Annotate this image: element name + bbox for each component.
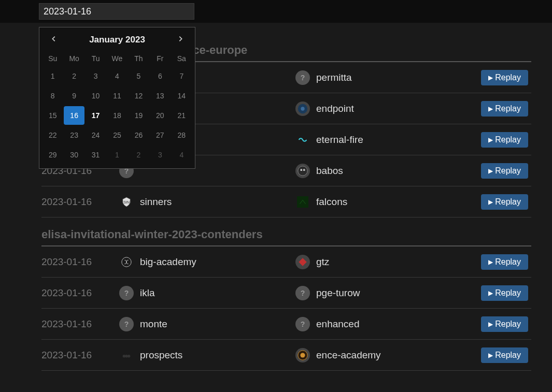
datepicker-day[interactable]: 2 xyxy=(129,146,149,164)
replay-button[interactable]: ▶Replay xyxy=(481,285,528,301)
match-row: 2023-01-16prospectsence-academy▶Replay xyxy=(41,340,531,371)
replay-label: Replay xyxy=(495,73,521,82)
replay-button[interactable]: ▶Replay xyxy=(481,70,528,85)
team-a[interactable]: ?ikla xyxy=(119,286,295,300)
replay-button[interactable]: ▶Replay xyxy=(481,194,528,210)
play-icon: ▶ xyxy=(488,352,493,359)
datepicker: January 2023 SuMoTuWeThFrSa1234567891011… xyxy=(39,27,195,169)
datepicker-day[interactable]: 19 xyxy=(129,106,149,125)
team-b[interactable]: ?pge-turow xyxy=(295,286,481,300)
team-name: enhanced xyxy=(316,318,359,330)
datepicker-dow: Su xyxy=(43,51,63,66)
datepicker-day[interactable]: 18 xyxy=(107,106,127,125)
team-a[interactable]: prospects xyxy=(119,348,295,362)
team-logo-icon xyxy=(295,348,310,362)
datepicker-day[interactable]: 10 xyxy=(86,86,106,105)
team-a[interactable]: big-academy xyxy=(119,255,295,269)
datepicker-dow: We xyxy=(107,51,127,66)
match-date: 2023-01-16 xyxy=(41,287,119,299)
datepicker-day[interactable]: 9 xyxy=(64,86,84,105)
team-name: big-academy xyxy=(140,256,196,268)
datepicker-day[interactable]: 5 xyxy=(129,67,149,85)
replay-button[interactable]: ▶Replay xyxy=(481,316,528,332)
datepicker-day[interactable]: 25 xyxy=(107,126,127,144)
svg-point-2 xyxy=(298,166,307,175)
datepicker-day[interactable]: 3 xyxy=(86,67,106,85)
datepicker-day[interactable]: 30 xyxy=(64,146,84,164)
team-b[interactable]: endpoint xyxy=(295,101,481,116)
match-row: 2023-01-16big-academygtz▶Replay xyxy=(41,246,531,278)
team-b[interactable]: ?permitta xyxy=(295,70,481,85)
datepicker-day[interactable]: 1 xyxy=(43,67,63,85)
datepicker-day[interactable]: 6 xyxy=(150,67,170,85)
replay-button[interactable]: ▶Replay xyxy=(481,101,528,117)
team-a[interactable]: SINsinners xyxy=(119,195,295,209)
match-row: 2023-01-16SINsinnersfalcons▶Replay xyxy=(41,186,531,217)
datepicker-day[interactable]: 23 xyxy=(64,126,84,144)
datepicker-day[interactable]: 8 xyxy=(43,86,63,105)
team-name: eternal-fire xyxy=(316,134,363,146)
team-logo-icon: ? xyxy=(295,286,310,300)
match-row: 2023-01-16?ikla?pge-turow▶Replay xyxy=(41,278,531,309)
match-row: 2023-01-16?monte?enhanced▶Replay xyxy=(41,309,531,340)
replay-button[interactable]: ▶Replay xyxy=(481,347,528,363)
replay-button[interactable]: ▶Replay xyxy=(481,132,528,148)
team-logo-icon: ? xyxy=(295,317,310,331)
datepicker-dow: Tu xyxy=(86,51,106,66)
team-b[interactable]: ?enhanced xyxy=(295,317,481,331)
replay-label: Replay xyxy=(495,166,521,176)
svg-rect-8 xyxy=(299,258,307,266)
team-logo-icon xyxy=(295,101,310,116)
datepicker-day[interactable]: 4 xyxy=(107,67,127,85)
team-name: babos xyxy=(316,165,343,177)
datepicker-day[interactable]: 11 xyxy=(107,86,127,105)
datepicker-next-icon[interactable] xyxy=(174,35,187,45)
match-date: 2023-01-16 xyxy=(41,196,119,208)
datepicker-day[interactable]: 22 xyxy=(43,126,63,144)
team-name: falcons xyxy=(316,196,347,208)
datepicker-day[interactable]: 7 xyxy=(172,67,192,85)
datepicker-dow: Sa xyxy=(172,51,192,66)
datepicker-day[interactable]: 15 xyxy=(43,106,63,125)
replay-button[interactable]: ▶Replay xyxy=(481,163,528,179)
datepicker-day[interactable]: 24 xyxy=(86,126,106,144)
datepicker-day[interactable]: 4 xyxy=(172,146,192,164)
datepicker-title[interactable]: January 2023 xyxy=(89,35,145,45)
datepicker-day[interactable]: 1 xyxy=(107,146,127,164)
datepicker-day[interactable]: 17 xyxy=(86,106,106,125)
team-b[interactable]: gtz xyxy=(295,255,481,269)
datepicker-dow: Th xyxy=(129,51,149,66)
play-icon: ▶ xyxy=(488,136,493,143)
datepicker-day[interactable]: 28 xyxy=(172,126,192,144)
team-b[interactable]: babos xyxy=(295,164,481,178)
datepicker-day[interactable]: 27 xyxy=(150,126,170,144)
datepicker-day[interactable]: 12 xyxy=(129,86,149,105)
play-icon: ▶ xyxy=(488,105,493,112)
svg-point-4 xyxy=(303,169,305,171)
svg-point-3 xyxy=(300,169,302,171)
datepicker-day[interactable]: 31 xyxy=(86,146,106,164)
team-name: pge-turow xyxy=(316,287,360,299)
datepicker-day[interactable]: 20 xyxy=(150,106,170,125)
replay-label: Replay xyxy=(495,135,521,144)
datepicker-day[interactable]: 13 xyxy=(150,86,170,105)
team-b[interactable]: falcons xyxy=(295,195,481,209)
datepicker-day[interactable]: 2 xyxy=(64,67,84,85)
team-a[interactable]: ?monte xyxy=(119,317,295,331)
play-icon: ▶ xyxy=(488,74,493,81)
datepicker-day[interactable]: 14 xyxy=(172,86,192,105)
match-date: 2023-01-16 xyxy=(41,350,119,361)
datepicker-day[interactable]: 3 xyxy=(150,146,170,164)
datepicker-day[interactable]: 16 xyxy=(64,106,84,125)
topbar xyxy=(0,0,552,23)
datepicker-day[interactable]: 29 xyxy=(43,146,63,164)
datepicker-day[interactable]: 26 xyxy=(129,126,149,144)
team-b[interactable]: eternal-fire xyxy=(295,133,481,147)
replay-button[interactable]: ▶Replay xyxy=(481,254,528,270)
date-input[interactable] xyxy=(39,3,194,20)
team-b[interactable]: ence-academy xyxy=(295,348,481,362)
play-icon: ▶ xyxy=(488,167,493,175)
replay-label: Replay xyxy=(495,197,521,207)
datepicker-prev-icon[interactable] xyxy=(48,35,60,45)
datepicker-day[interactable]: 21 xyxy=(172,106,192,125)
